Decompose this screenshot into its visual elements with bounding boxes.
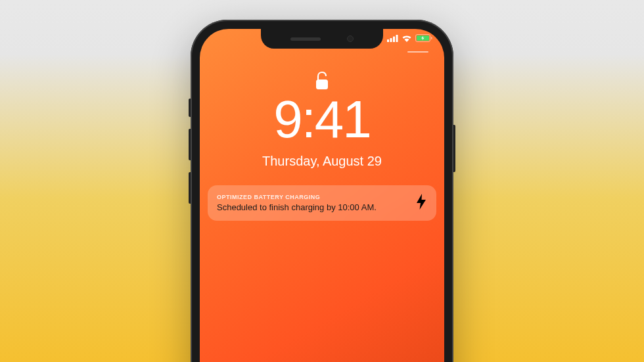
volume-down-button[interactable] [189,172,191,204]
svg-rect-0 [387,39,389,42]
svg-rect-1 [390,38,392,42]
silence-switch[interactable] [189,99,191,117]
svg-rect-7 [316,79,328,89]
side-buttons-right [453,125,455,172]
side-buttons-left [189,99,191,215]
battery-charging-icon [415,34,432,42]
notification-body: Scheduled to finish charging by 10:00 AM… [217,202,407,212]
cellular-signal-icon [387,35,398,42]
lock-screen[interactable]: 9:41 Thursday, August 29 OPTIMIZED BATTE… [200,29,444,362]
control-center-hint[interactable] [407,51,428,53]
status-bar [387,34,432,42]
notification-title: OPTIMIZED BATTERY CHARGING [217,194,407,200]
volume-up-button[interactable] [189,129,191,160]
date-display: Thursday, August 29 [200,154,444,169]
svg-rect-3 [396,35,398,42]
svg-rect-6 [431,37,432,39]
lightning-bolt-icon [415,193,427,213]
wifi-icon [402,35,412,42]
power-button[interactable] [453,125,455,172]
speaker-grille [290,37,321,41]
notification-text: OPTIMIZED BATTERY CHARGING Scheduled to … [217,194,407,212]
notch [261,29,383,49]
clock-display: 9:41 [200,89,444,150]
battery-charging-notification[interactable]: OPTIMIZED BATTERY CHARGING Scheduled to … [208,185,436,221]
front-camera [347,35,354,42]
svg-rect-2 [393,36,395,42]
phone-frame: 9:41 Thursday, August 29 OPTIMIZED BATTE… [191,20,453,362]
